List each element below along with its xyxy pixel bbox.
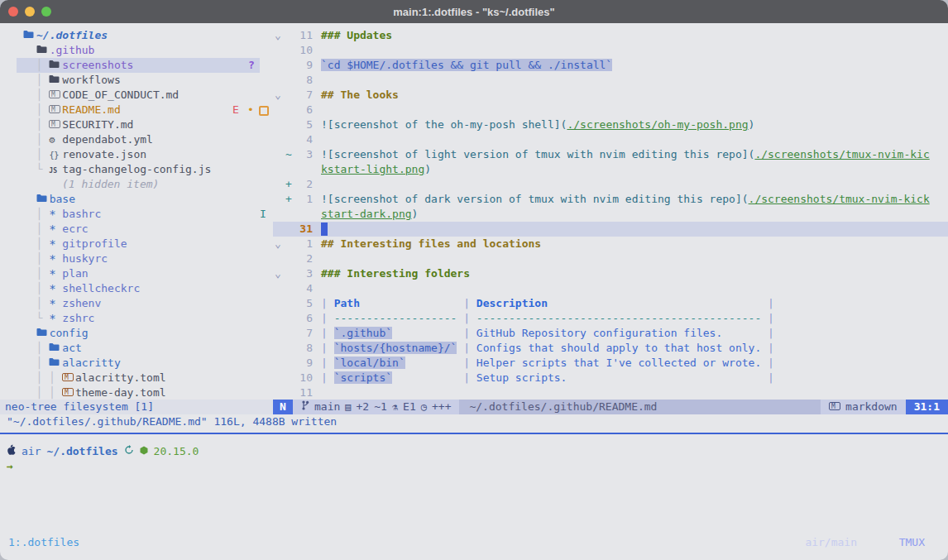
tmux-window-tab[interactable]: 1:.dotfiles	[8, 535, 79, 550]
tree-item-security-md[interactable]: │ MSECURITY.md	[0, 117, 273, 132]
tree-item-act[interactable]: │ act	[0, 341, 273, 356]
statusline-extra: +++	[432, 400, 451, 414]
tree-item-gitprofile[interactable]: │ *gitprofile	[0, 237, 273, 251]
close-button[interactable]	[8, 7, 18, 17]
fold-chevron-icon[interactable]: ⌄	[275, 28, 281, 43]
tree-item-label: theme-day.toml	[75, 386, 166, 399]
tree-item--1-hidden-item-[interactable]: (1 hidden item)	[0, 177, 273, 192]
editor-line[interactable]: 9`cd $HOME/.dotfiles && git pull && ./in…	[273, 58, 948, 73]
tree-item-dependabot-yml[interactable]: │ ⚙dependabot.yml	[0, 132, 273, 147]
tree-item-huskyrc[interactable]: │ *huskyrc	[0, 251, 273, 266]
editor-line[interactable]: 5![screenshot of the oh-my-posh shell](.…	[273, 117, 948, 132]
editor-line[interactable]: 4	[273, 132, 948, 147]
syntax-tcode: `local/bin`	[334, 357, 405, 369]
tree-item-readme-md[interactable]: │ MREADME.mdE•	[0, 103, 273, 117]
tree-item-screenshots[interactable]: │ screenshots?	[0, 58, 273, 73]
editor-line-wrap[interactable]: start-dark.png)	[273, 207, 948, 222]
tree-item-shellcheckrc[interactable]: │ *shellcheckrc	[0, 281, 273, 296]
editor-line[interactable]: 5| Path | Description |	[273, 296, 948, 311]
editor-line[interactable]: +1![screenshot of dark version of tmux w…	[273, 192, 948, 207]
tree-guide: │	[23, 357, 49, 369]
syntax-pipe: |	[761, 312, 774, 324]
star-icon: *	[49, 311, 62, 327]
editor-line[interactable]: 7| `.github` | GitHub Repository configu…	[273, 326, 948, 341]
neotree-statusline: neo-tree filesystem [1]	[0, 400, 273, 414]
syntax-pipe: |	[722, 327, 774, 339]
nodejs-icon	[140, 444, 148, 459]
tree-item-zshrc[interactable]: └ *zshrc	[0, 311, 273, 326]
editor-line[interactable]: 6	[273, 103, 948, 117]
tree-guide: └	[23, 163, 49, 175]
fold-chevron-icon[interactable]: ⌄	[275, 237, 281, 251]
tree-item-alacritty[interactable]: │ alacritty	[0, 356, 273, 371]
editor-line[interactable]: 10	[273, 43, 948, 58]
tree-item-plan[interactable]: │ *plan	[0, 266, 273, 281]
editor-line[interactable]: ⌄3### Interesting folders	[273, 266, 948, 281]
line-number: 6	[288, 103, 313, 117]
star-icon: *	[49, 266, 62, 282]
minimize-button[interactable]	[25, 7, 35, 17]
tree-item-label: plan	[62, 267, 88, 280]
tree-item-label: ecrc	[62, 223, 88, 235]
folder-blue-icon	[49, 356, 62, 371]
tmux-pane-separator[interactable]	[0, 433, 948, 434]
svg-text:M: M	[51, 121, 55, 128]
editor-line[interactable]: 8| `hosts/{hostname}/` | Configs that sh…	[273, 341, 948, 356]
titlebar[interactable]: main:1:.dotfiles - "ks~/.dotfiles"	[0, 0, 948, 23]
editor-line[interactable]: ⌄1## Interesting files and locations	[273, 237, 948, 251]
editor-line[interactable]: ⌄11### Updates	[273, 28, 948, 43]
syntax-pipe: |	[761, 342, 774, 354]
editor-line[interactable]: 10| `scripts` | Setup scripts. |	[273, 371, 948, 385]
vim-mode-indicator: N	[273, 400, 293, 414]
editor-buffer[interactable]: ⌄11### Updates109`cd $HOME/.dotfiles && …	[273, 23, 948, 400]
svg-text:M: M	[831, 403, 835, 410]
editor-line[interactable]: ~3![screenshot of light version of tmux …	[273, 147, 948, 162]
editor-line[interactable]: 6| ------------------- | ---------------…	[273, 311, 948, 326]
syntax-url: ./screenshots/tmux-nvim-kick	[749, 193, 930, 205]
editor-line[interactable]: +2	[273, 177, 948, 192]
tree-guide: │	[23, 89, 49, 101]
editor-line[interactable]: 11	[273, 385, 948, 400]
tree-item-workflows[interactable]: │ workflows	[0, 73, 273, 88]
markdown-file-icon: M	[829, 400, 840, 414]
editor-line[interactable]: 2	[273, 251, 948, 266]
tree-item-tag-changelog-config-js[interactable]: └ JStag-changelog-config.js	[0, 162, 273, 177]
folder-blue-icon	[36, 326, 50, 341]
tree-guide: │	[23, 237, 49, 250]
shell-prompt: air ~/.dotfiles 20.15.0	[7, 444, 199, 459]
tree-item-alacritty-toml[interactable]: │ │ Malacritty.toml	[0, 371, 273, 385]
svg-text:M: M	[51, 91, 55, 98]
tree-guide	[23, 44, 36, 56]
editor-line[interactable]: 9| `local/bin` | Helper scripts that I'v…	[273, 356, 948, 371]
zoom-button[interactable]	[41, 7, 51, 17]
tree-item-label: bashrc	[62, 208, 101, 220]
editor-line[interactable]: ⌄7## The looks	[273, 88, 948, 103]
tree-item-base[interactable]: base	[0, 192, 273, 207]
editor-line[interactable]: 4	[273, 281, 948, 296]
tree-item-config[interactable]: config	[0, 326, 273, 341]
line-number: 9	[288, 356, 313, 371]
editor-line[interactable]: 8	[273, 73, 948, 88]
tree-guide	[23, 193, 36, 205]
tree-item-label: SECURITY.md	[62, 118, 133, 131]
star-icon: *	[49, 296, 62, 312]
syntax-link: ![screenshot of dark version of tmux wit…	[321, 193, 749, 205]
syntax-th: Description	[476, 297, 548, 309]
prompt-arrow[interactable]: →	[7, 459, 13, 474]
tree-item--dotfiles[interactable]: ~/.dotfiles	[0, 28, 273, 43]
fold-chevron-icon[interactable]: ⌄	[275, 266, 281, 281]
window-title: main:1:.dotfiles - "ks~/.dotfiles"	[0, 6, 948, 18]
file-md-icon: M	[49, 103, 62, 117]
tree-item-bashrc[interactable]: │ *bashrcI	[0, 207, 273, 222]
tree-item-renovate-json[interactable]: │ {}renovate.json	[0, 147, 273, 162]
syntax-h3: ### Updates	[321, 29, 392, 41]
tree-item-ecrc[interactable]: │ *ecrc	[0, 222, 273, 237]
editor-line[interactable]: 31	[273, 222, 948, 237]
tree-item--github[interactable]: .github	[0, 43, 273, 58]
tree-item-code-of-conduct-md[interactable]: │ MCODE_OF_CONDUCT.md	[0, 88, 273, 103]
tree-item-theme-day-toml[interactable]: │ │ Mtheme-day.toml	[0, 385, 273, 400]
editor-line-wrap[interactable]: kstart-light.png)	[273, 162, 948, 177]
tree-item-zshenv[interactable]: │ *zshenv	[0, 296, 273, 311]
fold-chevron-icon[interactable]: ⌄	[275, 88, 281, 103]
tree-item-label: .github	[50, 44, 95, 56]
